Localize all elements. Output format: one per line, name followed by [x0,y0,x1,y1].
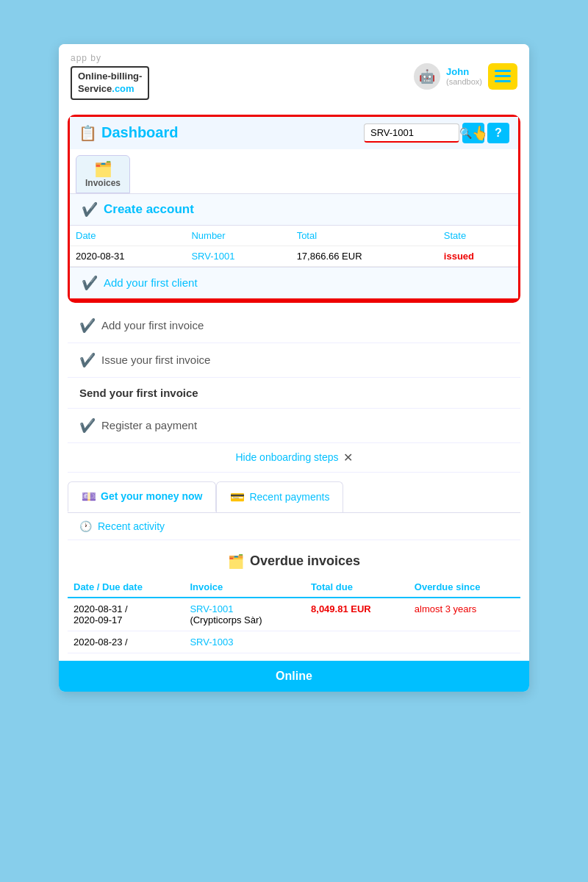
onboarding-item-invoice: ✔️ Add your first invoice [68,309,520,343]
header-right: 🤖 John (sandbox) [414,63,517,90]
date-line2: 2020-09-17 [74,614,123,625]
check-icon-payment: ✔️ [79,417,96,434]
overdue-since-2 [409,631,520,653]
avatar: 🤖 [414,63,440,90]
hide-x-icon[interactable]: ✕ [343,451,353,465]
menu-button[interactable] [488,63,517,90]
tab-recent-payments[interactable]: 💳 Recent payments [216,481,343,512]
user-info: John (sandbox) [446,66,482,86]
date-line1-2: 2020-08-23 / [74,637,128,648]
online-button[interactable]: Online [59,661,529,692]
recent-activity-row[interactable]: 🕐 Recent activity [68,513,520,540]
onboarding-item-issue: ✔️ Issue your first invoice [68,343,520,378]
avatar-icon: 🤖 [419,68,435,85]
invoice-table: Date Number Total State 2020-08-31 SRV-1… [70,226,518,267]
invoice-link[interactable]: SRV-1001 [191,251,234,262]
overdue-icon: 🗂️ [228,553,244,570]
dashboard-title: 📋 Dashboard [79,124,178,142]
cursor-icon: 👆 [470,123,489,142]
check-icon-issue: ✔️ [79,352,96,368]
overdue-section: 🗂️ Overdue invoices Date / Due date Invo… [68,546,520,653]
overdue-title-text: Overdue invoices [250,553,360,569]
tab-get-money[interactable]: 💷 Get your money now [68,481,216,512]
onboarding-add-invoice: Add your first invoice [101,319,204,331]
search-area: 🔍 👆 ? [364,123,509,143]
search-icon: 🔍 [459,127,472,139]
money-icon: 💷 [82,490,96,503]
search-button[interactable]: 🔍 👆 [462,123,484,143]
main-card: app by Online-billing- Service.com 🤖 Joh… [59,44,529,692]
overdue-since-1: almost 3 years [409,598,520,631]
col-total-due: Total due [305,577,409,598]
check-icon-create: ✔️ [82,201,98,218]
table-row: 2020-08-31 SRV-1001 17,866.66 EUR issued [70,245,518,266]
onboarding-register-payment: Register a payment [101,419,197,431]
invoice-number[interactable]: SRV-1001 [185,245,290,266]
overdue-since-value-1: almost 3 years [415,603,477,614]
onboarding-item-payment: ✔️ Register a payment [68,409,520,443]
overdue-row-1: 2020-08-31 / 2020-09-17 SRV-1001 (Crypti… [68,598,520,631]
hide-onboarding-row[interactable]: Hide onboarding steps ✕ [68,443,520,473]
app-by-label: app by [71,53,149,63]
onboarding-send-invoice: Send your first invoice [79,387,198,399]
check-icon-client: ✔️ [82,275,98,291]
dashboard-icon: 📋 [79,124,97,142]
overdue-invoice-1: SRV-1001 (Crypticorps Sàr) [184,598,305,631]
header: app by Online-billing- Service.com 🤖 Joh… [59,44,529,109]
logo-line2: Service [78,83,112,94]
overdue-date-1: 2020-08-31 / 2020-09-17 [68,598,184,631]
create-account-label: Create account [104,202,194,217]
onboarding-item-send: Send your first invoice [68,378,520,409]
online-label: Online [276,670,312,682]
user-env: (sandbox) [446,77,482,86]
overdue-amount-1: 8,049.81 EUR [305,598,409,631]
menu-line-1 [495,70,511,72]
invoice-table-header-row: Date Number Total State [70,226,518,246]
get-money-label: Get your money now [101,490,202,502]
onboarding-list: ✔️ Add your first invoice ✔️ Issue your … [68,309,520,473]
logo: Online-billing- Service.com [71,66,149,100]
overdue-header-row: Date / Due date Invoice Total due Overdu… [68,577,520,598]
header-left: app by Online-billing- Service.com [71,53,149,100]
overdue-invoice-link-1[interactable]: SRV-1001 [190,603,233,614]
overdue-table: Date / Due date Invoice Total due Overdu… [68,577,520,653]
overdue-invoice-2: SRV-1003 [184,631,305,653]
search-input[interactable] [364,123,459,143]
create-account-row[interactable]: ✔️ Create account [70,193,518,226]
col-overdue-since: Overdue since [409,577,520,598]
overdue-date-2: 2020-08-23 / [68,631,184,653]
logo-line1: Online-billing- [78,71,142,82]
overdue-amount-value-1: 8,049.81 EUR [311,603,371,614]
invoices-tab[interactable]: 🗂️ Invoices [76,155,130,193]
overdue-invoice-link-2[interactable]: SRV-1003 [190,637,233,648]
invoices-tab-icon: 🗂️ [94,160,112,178]
recent-payments-label: Recent payments [249,491,329,503]
col-date: Date [70,226,185,246]
overdue-amount-2 [305,631,409,653]
issued-badge: issued [444,251,474,262]
invoice-date: 2020-08-31 [70,245,185,266]
date-line1: 2020-08-31 / [74,603,128,614]
col-number: Number [185,226,290,246]
col-total: Total [291,226,438,246]
help-button[interactable]: ? [487,123,509,143]
col-invoice: Invoice [184,577,305,598]
invoice-state: issued [438,245,518,266]
menu-line-3 [495,80,511,82]
dashboard-title-text: Dashboard [101,124,178,141]
clock-icon: 🕐 [79,520,92,532]
payments-icon: 💳 [230,490,245,504]
overdue-row-2: 2020-08-23 / SRV-1003 [68,631,520,653]
hide-onboarding-label: Hide onboarding steps [235,451,338,463]
dashboard-section: 📋 Dashboard 🔍 👆 ? 🗂️ Invoices [68,115,520,303]
dashboard-header: 📋 Dashboard 🔍 👆 ? [70,117,518,149]
col-state: State [438,226,518,246]
add-first-client-row[interactable]: ✔️ Add your first client [70,267,518,301]
invoices-area: 🗂️ Invoices [70,149,518,193]
help-icon: ? [495,126,502,140]
menu-line-2 [495,75,511,77]
overdue-title: 🗂️ Overdue invoices [68,546,520,577]
overdue-client-1: (Crypticorps Sàr) [190,614,262,625]
invoice-total: 17,866.66 EUR [291,245,438,266]
col-date-due: Date / Due date [68,577,184,598]
